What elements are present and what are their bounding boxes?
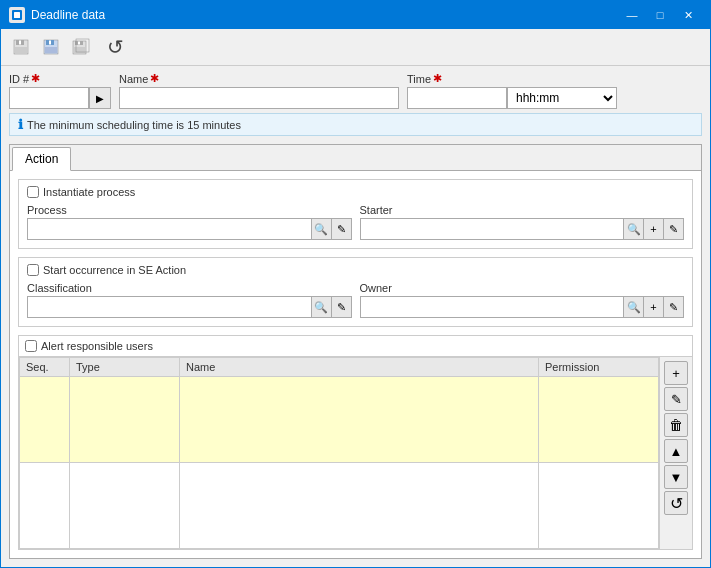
instantiate-section: Instantiate process Process 🔍 ✎ Starter bbox=[18, 179, 693, 249]
maximize-button[interactable]: □ bbox=[646, 5, 674, 25]
id-input[interactable] bbox=[9, 87, 89, 109]
edit-row-button[interactable]: ✎ bbox=[664, 387, 688, 411]
alert-section: Alert responsible users Seq. Type Name P… bbox=[18, 335, 693, 550]
id-arrow-button[interactable]: ▶ bbox=[89, 87, 111, 109]
starter-col: Starter 🔍 + ✎ bbox=[360, 204, 685, 240]
toolbar: ↺ bbox=[1, 29, 710, 66]
classification-col: Classification 🔍 ✎ bbox=[27, 282, 352, 318]
tab-action[interactable]: Action bbox=[12, 147, 71, 171]
tabs-container: Action Instantiate process Process 🔍 ✎ bbox=[9, 144, 702, 559]
title-bar: Deadline data — □ ✕ bbox=[1, 1, 710, 29]
col-name: Name bbox=[180, 358, 539, 377]
window-controls: — □ ✕ bbox=[618, 5, 702, 25]
tab-bar: Action bbox=[10, 145, 701, 171]
form-area: ID # ✱ ▶ Name ✱ Time ✱ bbox=[1, 66, 710, 144]
alert-header: Alert responsible users bbox=[19, 336, 692, 357]
save-icon-1 bbox=[12, 38, 30, 56]
starter-search-button[interactable]: 🔍 bbox=[624, 218, 644, 240]
process-col: Process 🔍 ✎ bbox=[27, 204, 352, 240]
time-required: ✱ bbox=[433, 72, 442, 85]
info-icon: ℹ bbox=[18, 117, 23, 132]
starter-add-button[interactable]: + bbox=[644, 218, 664, 240]
table-header-row: Seq. Type Name Permission bbox=[20, 358, 659, 377]
move-up-button[interactable]: ▲ bbox=[664, 439, 688, 463]
se-action-title: Start occurrence in SE Action bbox=[43, 264, 186, 276]
process-edit-button[interactable]: ✎ bbox=[332, 218, 352, 240]
add-row-button[interactable]: + bbox=[664, 361, 688, 385]
owner-search-button[interactable]: 🔍 bbox=[624, 296, 644, 318]
id-required: ✱ bbox=[31, 72, 40, 85]
se-action-section: Start occurrence in SE Action Classifica… bbox=[18, 257, 693, 327]
table-action-buttons: + ✎ 🗑 ▲ ▼ ↺ bbox=[659, 357, 692, 549]
save-icon-3 bbox=[72, 38, 90, 56]
refresh-table-button[interactable]: ↺ bbox=[664, 491, 688, 515]
starter-input[interactable] bbox=[360, 218, 625, 240]
se-action-legend: Start occurrence in SE Action bbox=[27, 264, 684, 276]
save-button-1[interactable] bbox=[7, 33, 35, 61]
id-label: ID # ✱ bbox=[9, 72, 111, 85]
alert-checkbox[interactable] bbox=[25, 340, 37, 352]
time-input-row: hhh:mm bbox=[407, 87, 617, 109]
refresh-button[interactable]: ↺ bbox=[101, 33, 129, 61]
name-field-group: Name ✱ bbox=[119, 72, 399, 109]
classification-edit-button[interactable]: ✎ bbox=[332, 296, 352, 318]
svg-rect-9 bbox=[45, 47, 57, 53]
tab-content: Instantiate process Process 🔍 ✎ Starter bbox=[10, 171, 701, 558]
time-format-select[interactable]: hhh:mm bbox=[507, 87, 617, 109]
process-search-button[interactable]: 🔍 bbox=[312, 218, 332, 240]
id-field-group: ID # ✱ ▶ bbox=[9, 72, 111, 109]
info-message: The minimum scheduling time is 15 minute… bbox=[27, 119, 241, 131]
svg-rect-1 bbox=[14, 12, 20, 18]
starter-label: Starter bbox=[360, 204, 685, 216]
move-down-button[interactable]: ▼ bbox=[664, 465, 688, 489]
owner-input[interactable] bbox=[360, 296, 625, 318]
time-input[interactable] bbox=[407, 87, 507, 109]
fields-row: ID # ✱ ▶ Name ✱ Time ✱ bbox=[9, 72, 702, 109]
se-action-fields: Classification 🔍 ✎ Owner 🔍 + bbox=[27, 282, 684, 318]
col-seq: Seq. bbox=[20, 358, 70, 377]
alert-table: Seq. Type Name Permission bbox=[19, 357, 659, 549]
process-label: Process bbox=[27, 204, 352, 216]
cell-seq bbox=[20, 377, 70, 463]
instantiate-legend: Instantiate process bbox=[27, 186, 684, 198]
classification-input[interactable] bbox=[27, 296, 312, 318]
cell-seq-empty bbox=[20, 463, 70, 549]
owner-add-button[interactable]: + bbox=[644, 296, 664, 318]
classification-label: Classification bbox=[27, 282, 352, 294]
instantiate-fields: Process 🔍 ✎ Starter 🔍 + ✎ bbox=[27, 204, 684, 240]
time-field-group: Time ✱ hhh:mm bbox=[407, 72, 617, 109]
id-input-row: ▶ bbox=[9, 87, 111, 109]
cell-name bbox=[180, 377, 539, 463]
col-permission: Permission bbox=[539, 358, 659, 377]
title-bar-left: Deadline data bbox=[9, 7, 105, 23]
name-input[interactable] bbox=[119, 87, 399, 109]
save-button-3[interactable] bbox=[67, 33, 95, 61]
name-label: Name ✱ bbox=[119, 72, 399, 85]
process-input-row: 🔍 ✎ bbox=[27, 218, 352, 240]
starter-input-row: 🔍 + ✎ bbox=[360, 218, 685, 240]
starter-edit-button[interactable]: ✎ bbox=[664, 218, 684, 240]
instantiate-checkbox[interactable] bbox=[27, 186, 39, 198]
svg-rect-12 bbox=[78, 42, 80, 45]
cell-permission bbox=[539, 377, 659, 463]
process-input[interactable] bbox=[27, 218, 312, 240]
save-icon-2 bbox=[42, 38, 60, 56]
classification-input-row: 🔍 ✎ bbox=[27, 296, 352, 318]
info-bar: ℹ The minimum scheduling time is 15 minu… bbox=[9, 113, 702, 136]
classification-search-button[interactable]: 🔍 bbox=[312, 296, 332, 318]
table-row bbox=[20, 377, 659, 463]
save-button-2[interactable] bbox=[37, 33, 65, 61]
close-button[interactable]: ✕ bbox=[674, 5, 702, 25]
alert-title: Alert responsible users bbox=[41, 340, 153, 352]
table-row-empty bbox=[20, 463, 659, 549]
delete-row-button[interactable]: 🗑 bbox=[664, 413, 688, 437]
name-required: ✱ bbox=[150, 72, 159, 85]
owner-edit-button[interactable]: ✎ bbox=[664, 296, 684, 318]
svg-rect-8 bbox=[49, 41, 51, 45]
se-action-checkbox[interactable] bbox=[27, 264, 39, 276]
main-window: Deadline data — □ ✕ bbox=[0, 0, 711, 568]
owner-label: Owner bbox=[360, 282, 685, 294]
minimize-button[interactable]: — bbox=[618, 5, 646, 25]
svg-rect-4 bbox=[19, 41, 21, 45]
owner-col: Owner 🔍 + ✎ bbox=[360, 282, 685, 318]
